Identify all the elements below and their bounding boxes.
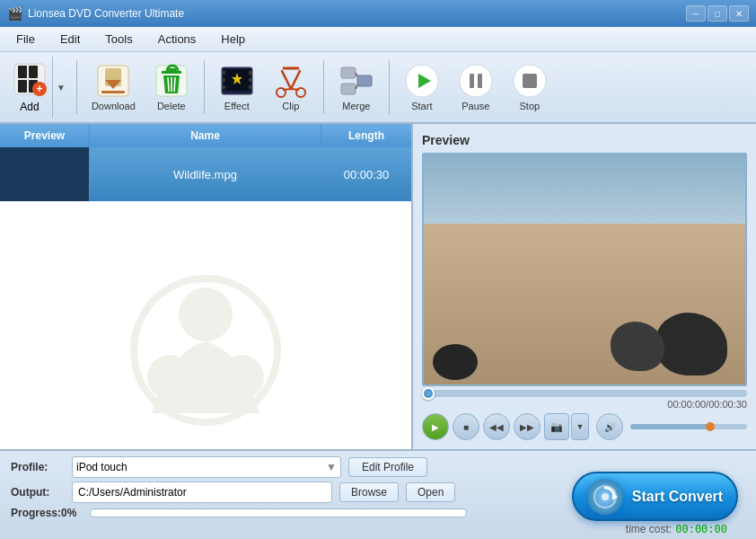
profile-value: iPod touch	[76, 461, 127, 473]
screenshot-control: 📷 ▼	[544, 413, 589, 440]
add-button[interactable]: + Add	[7, 57, 52, 118]
stop-ctrl-button[interactable]: ■	[453, 413, 479, 440]
delete-button[interactable]: Delete	[146, 57, 197, 118]
svg-rect-10	[101, 91, 125, 93]
add-dropdown-button[interactable]: ▼	[52, 57, 69, 118]
svg-text:+: +	[36, 83, 42, 95]
download-label: Download	[92, 101, 136, 111]
output-label: Output:	[11, 486, 65, 499]
menu-item-actions[interactable]: Actions	[145, 29, 209, 49]
open-button[interactable]: Open	[406, 482, 455, 502]
menu-item-file[interactable]: File	[4, 29, 48, 49]
edit-profile-button[interactable]: Edit Profile	[348, 457, 427, 477]
menu-item-help[interactable]: Help	[208, 29, 258, 49]
close-button[interactable]: ✕	[729, 5, 749, 22]
time-cost-label: time cost:	[626, 523, 672, 535]
start-button[interactable]: Start	[397, 57, 447, 118]
svg-line-31	[291, 89, 299, 90]
file-name: Wildlife.mpg	[90, 168, 321, 181]
file-list-panel: Preview Name Length Wildlife.mpg 00:00:3…	[0, 124, 413, 449]
watermark	[116, 261, 295, 440]
titlebar: 🎬 Lionsea DVD Converter Ultimate ─ □ ✕	[0, 0, 756, 27]
screenshot-dropdown[interactable]: ▼	[571, 413, 589, 440]
merge-icon	[338, 63, 374, 99]
download-icon	[95, 63, 131, 99]
stop-icon	[512, 63, 548, 99]
svg-rect-22	[249, 78, 252, 82]
start-icon	[404, 63, 440, 99]
merge-button[interactable]: Merge	[331, 57, 382, 118]
screenshot-button[interactable]: 📷	[544, 413, 569, 440]
merge-label: Merge	[342, 101, 370, 111]
svg-point-47	[219, 355, 264, 400]
toolbar: + Add ▼ Download	[0, 52, 756, 124]
svg-rect-33	[341, 84, 356, 94]
fastforward-icon: ▶▶	[520, 422, 534, 432]
col-header-length: Length	[321, 124, 411, 147]
start-convert-label: Start Convert	[632, 489, 723, 505]
fastforward-button[interactable]: ▶▶	[514, 413, 541, 440]
clip-label: Clip	[282, 101, 299, 111]
progress-bar-container	[90, 508, 467, 517]
svg-rect-40	[470, 74, 474, 88]
time-cost-row: time cost: 00:00:00	[11, 523, 745, 535]
clip-button[interactable]: Clip	[266, 57, 316, 118]
output-path-input[interactable]: C:/Users/Administrator	[72, 482, 332, 503]
progress-label: Progress:0%	[11, 507, 83, 519]
svg-rect-18	[222, 71, 225, 75]
minimize-button[interactable]: ─	[686, 5, 706, 22]
volume-button[interactable]: 🔊	[596, 413, 623, 440]
menu-item-edit[interactable]: Edit	[48, 29, 92, 49]
browse-button[interactable]: Browse	[339, 482, 399, 502]
stop-label: Stop	[520, 101, 541, 111]
profile-select[interactable]: iPod touch ▼	[72, 456, 341, 478]
svg-line-26	[282, 71, 291, 89]
play-button[interactable]: ▶	[422, 413, 449, 440]
convert-icon	[587, 479, 623, 515]
preview-video	[422, 153, 747, 386]
rewind-button[interactable]: ◀◀	[483, 413, 510, 440]
svg-rect-34	[357, 75, 372, 86]
col-header-preview: Preview	[0, 124, 90, 147]
menu-item-tools[interactable]: Tools	[92, 29, 145, 49]
menubar: File Edit Tools Actions Help	[0, 27, 756, 52]
play-icon: ▶	[432, 422, 439, 432]
svg-point-46	[147, 355, 192, 400]
file-list-row[interactable]: Wildlife.mpg 00:00:30	[0, 147, 411, 201]
svg-rect-2	[29, 66, 38, 78]
start-convert-button[interactable]: Start Convert	[572, 472, 738, 521]
svg-rect-41	[478, 74, 482, 88]
volume-thumb	[706, 422, 715, 431]
pause-button[interactable]: Pause	[451, 57, 501, 118]
effect-icon	[219, 63, 255, 99]
video-progress-thumb[interactable]	[422, 387, 435, 400]
maximize-button[interactable]: □	[708, 5, 727, 22]
svg-rect-21	[249, 71, 252, 75]
svg-rect-20	[222, 85, 225, 89]
pause-label: Pause	[462, 101, 489, 111]
delete-label: Delete	[157, 101, 186, 111]
toolbar-separator-4	[389, 60, 390, 114]
effect-button[interactable]: Effect	[212, 57, 262, 118]
svg-rect-19	[222, 78, 225, 82]
add-icon: +	[13, 62, 47, 99]
svg-line-30	[283, 89, 291, 90]
volume-icon: 🔊	[604, 422, 615, 432]
start-label: Start	[411, 101, 432, 111]
app-icon: 🎬	[7, 6, 22, 21]
stop-button[interactable]: Stop	[505, 57, 555, 118]
time-display: 00:00:00/00:00:30	[422, 399, 747, 410]
preview-video-content	[424, 155, 745, 384]
file-preview-thumbnail	[0, 147, 90, 201]
toolbar-separator-2	[204, 60, 205, 114]
video-progress-track[interactable]	[422, 390, 747, 397]
col-header-name: Name	[90, 124, 321, 147]
dropdown-arrow-icon: ▼	[57, 83, 66, 93]
download-button[interactable]: Download	[84, 57, 143, 118]
svg-line-12	[168, 77, 169, 92]
svg-point-45	[179, 287, 233, 341]
volume-slider[interactable]	[630, 424, 747, 429]
profile-label: Profile:	[11, 461, 65, 473]
svg-point-50	[602, 493, 609, 500]
rewind-icon: ◀◀	[489, 422, 504, 432]
